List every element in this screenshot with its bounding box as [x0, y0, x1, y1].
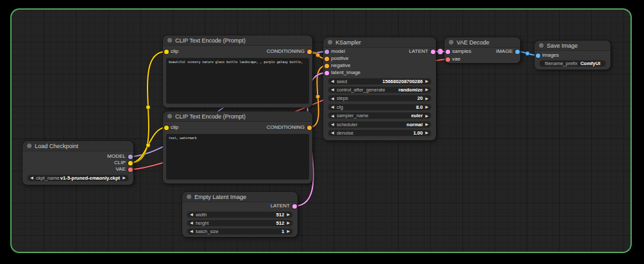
node-title-bar[interactable]: Save Image	[535, 41, 611, 51]
increment-arrow-icon[interactable]: ▶	[425, 97, 428, 100]
decrement-arrow-icon[interactable]: ◀	[30, 176, 33, 180]
widget-batch_size[interactable]: ◀batch_size1▶	[187, 228, 293, 235]
link-midpoint-dot-icon[interactable]	[146, 105, 150, 109]
input-slot-samples-dot-icon[interactable]	[446, 50, 450, 54]
increment-arrow-icon[interactable]: ▶	[425, 88, 428, 91]
widget-scheduler[interactable]: ◀schedulernormal▶	[328, 121, 431, 128]
collapse-dot-icon[interactable]	[539, 43, 544, 48]
decrement-arrow-icon[interactable]: ◀	[331, 97, 334, 100]
node-title-bar[interactable]: KSampler	[323, 37, 436, 48]
node-clip-text-encode-negative[interactable]: CLIP Text Encode (Prompt)clipCONDITIONIN…	[163, 111, 312, 184]
link-wire-outline	[130, 52, 166, 163]
decrement-arrow-icon[interactable]: ◀	[331, 105, 334, 109]
node-save-image[interactable]: Save Imageimagesfilename_prefixComfyUI	[535, 41, 611, 70]
link-midpoint-dot-icon[interactable]	[526, 52, 529, 55]
node-vae-decode[interactable]: VAE DecodesamplesvaeIMAGE	[444, 37, 520, 63]
node-clip-text-encode-positive[interactable]: CLIP Text Encode (Prompt)clipCONDITIONIN…	[163, 35, 312, 108]
node-title-text: VAE Decode	[457, 39, 489, 46]
collapse-dot-icon[interactable]	[167, 38, 172, 42]
collapse-dot-icon[interactable]	[27, 144, 32, 148]
decrement-arrow-icon[interactable]: ◀	[331, 79, 334, 83]
input-slot-clip-dot-icon[interactable]	[164, 50, 169, 54]
output-slot-VAE-dot-icon[interactable]	[128, 167, 133, 172]
input-slot-clip-label: clip	[171, 124, 178, 131]
increment-arrow-icon[interactable]: ▶	[425, 114, 428, 118]
widget-label: ckpt_name	[36, 175, 60, 181]
node-title-bar[interactable]: VAE Decode	[444, 37, 520, 48]
link-midpoint-dot-icon[interactable]	[316, 95, 319, 99]
prompt-textarea[interactable]: beautiful scenery nature glass bottle la…	[166, 58, 309, 104]
link-wire-outline	[130, 127, 166, 163]
collapse-dot-icon[interactable]	[167, 114, 172, 118]
input-slot-images-label: images	[542, 52, 559, 59]
widget-cfg[interactable]: ◀cfg8.0▶	[328, 104, 431, 111]
output-slot-MODEL-dot-icon[interactable]	[128, 155, 133, 159]
increment-arrow-icon[interactable]: ▶	[122, 176, 126, 180]
widget-denoise[interactable]: ◀denoise1.00▶	[328, 129, 431, 137]
widget-filename_prefix[interactable]: filename_prefixComfyUI	[539, 60, 606, 67]
increment-arrow-icon[interactable]: ▶	[287, 221, 290, 225]
increment-arrow-icon[interactable]: ▶	[425, 79, 428, 83]
node-title-text: KSampler	[336, 39, 361, 46]
widget-value: randomize	[399, 87, 423, 93]
node-load-checkpoint[interactable]: Load CheckpointMODELCLIPVAE◀ckpt_namev1-…	[23, 141, 133, 185]
collapse-dot-icon[interactable]	[187, 194, 191, 199]
widget-value: 512	[276, 212, 285, 218]
decrement-arrow-icon[interactable]: ◀	[331, 122, 334, 126]
input-slot-images-dot-icon[interactable]	[536, 53, 540, 58]
link-midpoint-dot-icon[interactable]	[316, 53, 319, 57]
input-slot-clip-dot-icon[interactable]	[164, 126, 169, 130]
input-slot-vae-dot-icon[interactable]	[446, 57, 450, 62]
output-slot-IMAGE-label: IMAGE	[496, 48, 513, 55]
widget-value: 20	[417, 95, 422, 101]
widget-control_after_generate[interactable]: ◀control_after_generaterandomize▶	[328, 86, 431, 93]
node-title-bar[interactable]: Load Checkpoint	[23, 141, 133, 151]
increment-arrow-icon[interactable]: ▶	[425, 105, 428, 109]
widget-ckpt_name[interactable]: ◀ckpt_namev1-5-pruned-emaonly.ckpt▶	[27, 174, 129, 182]
link-midpoint-dot-icon[interactable]	[437, 48, 443, 54]
increment-arrow-icon[interactable]: ▶	[287, 229, 290, 233]
input-slot-samples-label: samples	[452, 48, 471, 55]
input-slot-latent_image-dot-icon[interactable]	[325, 71, 329, 75]
node-title-bar[interactable]: CLIP Text Encode (Prompt)	[163, 111, 312, 122]
widget-width[interactable]: ◀width512▶	[187, 211, 293, 218]
widget-value: ComfyUI	[580, 61, 600, 66]
node-title-text: CLIP Text Encode (Prompt)	[175, 37, 245, 44]
graph-canvas[interactable]: Load CheckpointMODELCLIPVAE◀ckpt_namev1-…	[10, 8, 632, 253]
input-slot-model-dot-icon[interactable]	[325, 50, 329, 54]
link-wire-clip	[130, 127, 166, 163]
node-title-text: Empty Latent Image	[194, 194, 247, 200]
input-slot-latent_image-label: latent_image	[331, 70, 361, 76]
input-slot-positive-dot-icon[interactable]	[325, 57, 329, 61]
collapse-dot-icon[interactable]	[449, 40, 453, 44]
widget-steps[interactable]: ◀steps20▶	[328, 95, 431, 102]
output-slot-CONDITIONING-dot-icon[interactable]	[307, 50, 312, 54]
increment-arrow-icon[interactable]: ▶	[425, 122, 428, 126]
node-title-bar[interactable]: CLIP Text Encode (Prompt)	[163, 35, 312, 46]
output-slot-IMAGE-dot-icon[interactable]	[515, 50, 520, 54]
node-ksampler[interactable]: KSamplermodelpositivenegativelatent_imag…	[323, 37, 436, 140]
node-empty-latent-image[interactable]: Empty Latent ImageLATENT◀width512▶◀heigh…	[182, 192, 298, 237]
link-midpoint-dot-icon[interactable]	[146, 143, 150, 147]
decrement-arrow-icon[interactable]: ◀	[331, 131, 334, 135]
widget-seed[interactable]: ◀seed156680208700286▶	[328, 78, 431, 85]
output-slot-CLIP-dot-icon[interactable]	[128, 161, 133, 165]
decrement-arrow-icon[interactable]: ◀	[190, 212, 193, 216]
increment-arrow-icon[interactable]: ▶	[287, 212, 290, 216]
output-slot-LATENT-dot-icon[interactable]	[292, 204, 297, 209]
decrement-arrow-icon[interactable]: ◀	[190, 221, 193, 225]
output-slot-CONDITIONING-dot-icon[interactable]	[307, 126, 312, 130]
output-slot-LATENT-dot-icon[interactable]	[431, 50, 435, 54]
collapse-dot-icon[interactable]	[328, 40, 332, 44]
output-slot-LATENT-label: LATENT	[409, 48, 428, 55]
widget-value: 512	[276, 220, 285, 226]
increment-arrow-icon[interactable]: ▶	[425, 131, 428, 135]
widget-height[interactable]: ◀height512▶	[187, 220, 293, 227]
prompt-textarea[interactable]: text, watermark	[166, 134, 309, 180]
widget-sampler_name[interactable]: ◀sampler_nameeuler▶	[328, 112, 431, 119]
decrement-arrow-icon[interactable]: ◀	[331, 88, 334, 91]
decrement-arrow-icon[interactable]: ◀	[190, 229, 193, 233]
input-slot-negative-dot-icon[interactable]	[325, 64, 329, 68]
node-title-bar[interactable]: Empty Latent Image	[182, 192, 298, 202]
decrement-arrow-icon[interactable]: ◀	[331, 114, 334, 118]
